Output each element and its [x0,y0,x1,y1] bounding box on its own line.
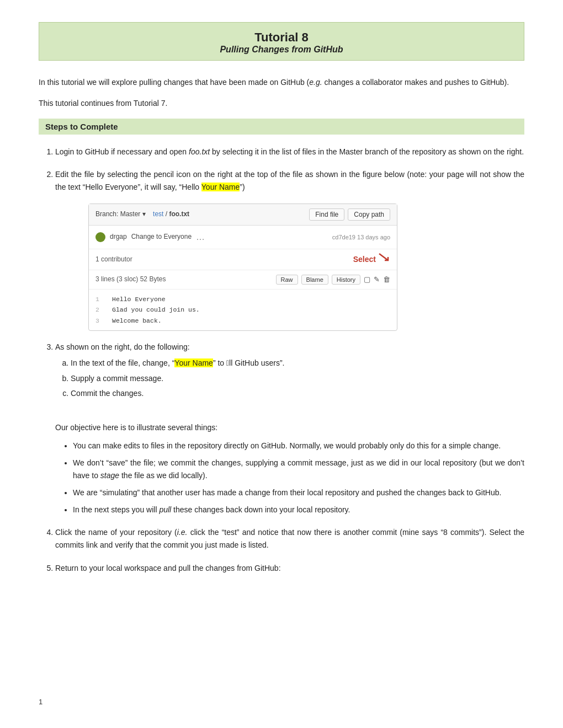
step-3b: Supply a commit message. [71,372,524,385]
main-steps-list: Login to GitHub if necessary and open fo… [39,146,524,575]
commit-row: drgap Change to Everyone … cd7de19 13 da… [89,226,397,249]
bullet-2: We don’t “save” the file; we commit the … [73,457,524,482]
commit-more-button[interactable]: … [196,230,205,244]
intro-text-after: changes a collaborator makes and pushes … [322,78,509,87]
select-label: Select [353,253,376,266]
step-3-sublist: In the text of the file, change, “Your N… [55,357,524,399]
step-4: Click the name of your repository (i.e. … [55,526,524,552]
step-5: Return to your local workspace and pull … [55,562,524,575]
file-meta-row: 3 lines (3 sloc) 52 Bytes Raw Blame Hist… [89,270,397,289]
history-button[interactable]: History [332,275,360,285]
commit-user: drgap [110,232,127,243]
preview-header: Branch: Master ▾ test / foo.txt Find fil… [89,204,397,226]
bullet-2-italic: stage [100,471,119,480]
step-2-highlight: Your Name [201,183,240,191]
bullet-4: In the next steps you will pull these ch… [73,504,524,516]
breadcrumb: Branch: Master ▾ test / foo.txt [95,209,189,220]
contributors-row: 1 contributor Select [89,249,397,270]
intro-paragraph-2: This tutorial continues from Tutorial 7. [39,97,524,109]
step-3c: Commit the changes. [71,387,524,400]
page-subtitle: Pulling Changes from GitHub [50,45,513,55]
user-avatar [95,232,105,242]
step-4-italic: i.e. [177,528,188,537]
bullet-3: We are “simulating” that another user ha… [73,486,524,499]
step-3a-before: In the text of the file, change, “ [71,358,174,367]
repo-link[interactable]: test [153,210,163,218]
bullet-1: You can make edits to files in the repos… [73,440,524,452]
edit-pencil-icon[interactable]: ✎ [374,274,380,285]
step-1-italic: foo.txt [189,147,210,156]
step-4-before: Click the name of your repository ( [55,528,177,537]
commit-hash: cd7de19 [332,234,355,240]
github-preview: Branch: Master ▾ test / foo.txt Find fil… [88,204,397,331]
commit-message: Change to Everyone [131,232,192,243]
file-name: foo.txt [169,210,189,218]
commit-meta: cd7de19 13 days ago [332,232,390,242]
step-2-text-after: ”) [240,183,245,191]
step-3: As shown on the right, do the following:… [55,341,524,516]
header-buttons: Find file Copy path [309,208,390,221]
step-5-text: Return to your local workspace and pull … [55,564,281,572]
intro-paragraph-1: In this tutorial we will explore pulling… [39,76,524,88]
step-2-text-before: Edit the file by selecting the pencil ic… [55,170,524,191]
step-1-text-after: by selecting it in the list of files in … [210,147,524,156]
step-3c-text: Commit the changes. [71,389,144,398]
code-text-2: Glad you could join us. [112,304,200,315]
step-1: Login to GitHub if necessary and open fo… [55,146,524,158]
bullet-4-italic: pull [159,505,171,514]
code-text-3: Welcome back. [112,315,162,326]
code-line-1: 1 Hello Everyone [95,294,390,305]
file-meta-info: 3 lines (3 sloc) 52 Bytes [95,274,166,285]
code-line-2: 2 Glad you could join us. [95,304,390,315]
copy-path-button[interactable]: Copy path [348,208,390,221]
page-title: Tutorial 8 [50,30,513,45]
line-num-1: 1 [95,294,103,305]
file-actions: Raw Blame History ▢ ✎ 🗑 [276,274,390,285]
step-3b-text: Supply a commit message. [71,374,163,383]
step-3a-highlight: Your Name [174,358,213,367]
step-2: Edit the file by selecting the pencil ic… [55,168,524,331]
blame-button[interactable]: Blame [301,275,328,285]
step-3a: In the text of the file, change, “Your N… [71,357,524,370]
desktop-icon[interactable]: ▢ [364,274,370,285]
intro-eg: e.g. [309,78,322,87]
line-num-2: 2 [95,304,103,315]
branch-selector[interactable]: Branch: Master ▾ [95,210,146,218]
raw-button[interactable]: Raw [276,275,298,285]
code-text-1: Hello Everyone [112,294,166,305]
page-number: 1 [39,698,43,706]
steps-header: Steps to Complete [39,119,524,135]
commit-left: drgap Change to Everyone … [95,230,205,244]
contributors-count: 1 contributor [95,254,132,265]
code-line-3: 3 Welcome back. [95,315,390,326]
header-box: Tutorial 8 Pulling Changes from GitHub [39,22,524,61]
intro-text-before: In this tutorial we will explore pulling… [39,78,309,87]
step-1-text-before: Login to GitHub if necessary and open [55,147,189,156]
objective-para: Our objective here is to illustrate seve… [55,421,524,434]
code-block: 1 Hello Everyone 2 Glad you could join u… [89,290,397,331]
svg-line-0 [379,254,388,260]
delete-trash-icon[interactable]: 🗑 [383,274,390,285]
select-arrow-icon [378,253,390,266]
find-file-button[interactable]: Find file [309,208,344,221]
step-3-text: As shown on the right, do the following: [55,342,190,351]
step-3a-after: ” to 𠇊ll GitHub users”. [213,358,285,367]
bullet-list: You can make edits to files in the repos… [55,440,524,516]
select-indicator: Select [353,253,390,266]
line-num-3: 3 [95,315,103,326]
commit-time-val: 13 days ago [357,234,390,240]
